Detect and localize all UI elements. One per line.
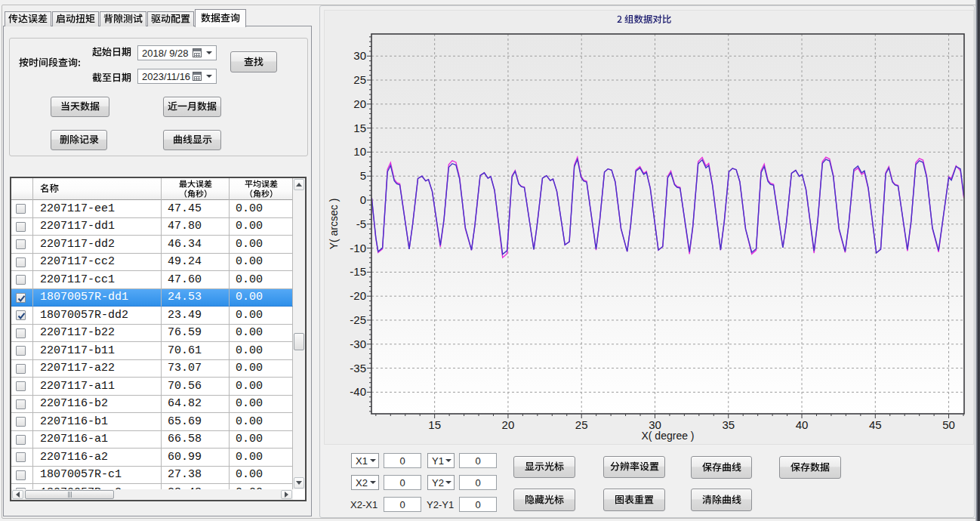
start-date-picker[interactable]: 2018/ 9/28	[137, 45, 217, 60]
x-tick-label: 15	[428, 418, 441, 431]
cursor-x1-value[interactable]: 0	[384, 453, 421, 468]
row-checkbox[interactable]	[16, 417, 26, 427]
row-checkbox[interactable]	[16, 435, 26, 445]
col-header-max[interactable]	[162, 178, 230, 200]
tab-4[interactable]	[147, 11, 194, 26]
y-tick-label: 25	[353, 73, 366, 86]
row-name-cell: 2207117-a11	[33, 378, 162, 396]
cursor-y2-value[interactable]: 0	[459, 475, 497, 490]
table-row[interactable]: 2207116-b264.820.00	[11, 396, 293, 414]
row-checkbox[interactable]	[16, 381, 26, 391]
resolution-settings-button[interactable]	[603, 456, 665, 478]
row-checkbox[interactable]	[16, 470, 26, 480]
cursor-dx-label: X2-X1	[350, 497, 378, 512]
row-checkbox-cell	[11, 289, 33, 307]
row-checkbox[interactable]	[16, 364, 26, 374]
row-checkbox[interactable]	[16, 257, 26, 267]
dropdown-arrow-icon	[370, 459, 376, 462]
save-curve-button[interactable]	[691, 456, 752, 479]
table-row[interactable]: 2207117-b1170.610.00	[11, 342, 293, 360]
table-row[interactable]: 2207116-a260.990.00	[11, 449, 293, 467]
table-row[interactable]: 18070057R-dd223.490.00	[11, 307, 293, 325]
button-label	[615, 495, 654, 506]
table-row[interactable]: 2207116-b165.690.00	[11, 413, 293, 431]
reset-chart-button[interactable]	[603, 489, 665, 511]
table-row[interactable]: 18070057R-dd124.530.00	[11, 289, 293, 307]
curve-display-button[interactable]	[163, 130, 221, 150]
row-checkbox[interactable]	[16, 293, 26, 303]
cursor-y2-select[interactable]: Y2	[427, 475, 455, 490]
search-button[interactable]	[230, 51, 277, 72]
row-checkbox-cell	[11, 307, 33, 325]
row-checkbox[interactable]	[16, 239, 26, 249]
today-data-button[interactable]	[51, 97, 109, 117]
tab-1[interactable]	[5, 11, 51, 26]
last-month-data-button[interactable]	[163, 97, 221, 117]
cursor-y1-value[interactable]: 0	[459, 453, 497, 468]
table-row[interactable]: 2207116-a166.580.00	[11, 431, 293, 449]
row-checkbox[interactable]	[16, 399, 26, 409]
y-tick-label: 0	[360, 193, 366, 206]
row-checkbox[interactable]	[16, 310, 26, 320]
row-checkbox[interactable]	[16, 275, 26, 285]
row-checkbox[interactable]	[16, 204, 26, 214]
table-row[interactable]: 2207117-dd147.800.00	[11, 218, 293, 236]
tab-2[interactable]	[52, 11, 99, 26]
button-label	[610, 461, 659, 473]
cursor-x1-select[interactable]: X1	[351, 453, 379, 468]
row-avg-error-cell: 0.00	[230, 431, 293, 449]
tab-3[interactable]	[100, 11, 146, 26]
table-row[interactable]: 2207117-cc147.600.00	[11, 271, 293, 289]
row-avg-error-cell: 0.00	[230, 396, 293, 414]
row-name-cell: 2207117-ee1	[33, 200, 162, 218]
cursor-dx-value[interactable]: 0	[384, 497, 421, 512]
row-checkbox[interactable]	[16, 452, 26, 462]
h-scroll-thumb[interactable]	[25, 490, 114, 499]
end-date-picker[interactable]: 2023/11/16	[137, 69, 217, 84]
start-date-label-text	[92, 47, 131, 58]
col-header-name[interactable]	[33, 178, 162, 200]
tab-5[interactable]	[195, 9, 246, 27]
row-checkbox-cell	[11, 413, 33, 431]
col-header-label	[40, 183, 59, 195]
row-checkbox[interactable]	[16, 222, 26, 232]
scroll-left-button[interactable]	[12, 490, 23, 499]
tab-label	[56, 14, 95, 25]
hide-cursor-button[interactable]	[513, 489, 575, 511]
h-scrollbar-track[interactable]	[11, 489, 293, 500]
scroll-down-button[interactable]	[294, 477, 304, 489]
save-data-button[interactable]	[779, 456, 841, 479]
scroll-up-button[interactable]	[294, 179, 304, 190]
clear-curve-button[interactable]	[691, 489, 752, 511]
cursor-dy-value[interactable]: 0	[459, 497, 497, 512]
row-checkbox-cell	[11, 431, 33, 449]
v-scrollbar-track[interactable]	[293, 178, 305, 489]
cursor-x2-value[interactable]: 0	[384, 475, 421, 490]
end-date-label-text	[92, 72, 131, 84]
table-row[interactable]: 2207117-a2273.070.00	[11, 360, 293, 378]
scroll-right-button[interactable]	[281, 490, 292, 499]
row-checkbox[interactable]	[16, 328, 26, 338]
v-scroll-thumb[interactable]	[294, 333, 304, 350]
cursor-dy-label: Y2-Y1	[427, 497, 454, 512]
row-max-error-cell: 60.99	[162, 449, 230, 467]
dropdown-arrow-icon[interactable]	[206, 75, 212, 78]
x-tick-label: 25	[575, 418, 588, 431]
table-row[interactable]: 2207117-a1170.560.00	[11, 378, 293, 396]
cursor-x2-select[interactable]: X2	[351, 475, 379, 490]
table-row[interactable]: 2207117-cc249.240.00	[11, 254, 293, 272]
row-avg-error-cell: 0.00	[230, 289, 293, 307]
col-header-avg[interactable]	[230, 178, 293, 200]
row-checkbox[interactable]	[16, 346, 26, 356]
row-name-cell: 2207116-b2	[33, 396, 162, 414]
row-checkbox-cell	[11, 449, 33, 467]
table-row[interactable]: 2207117-b2276.590.00	[11, 325, 293, 343]
row-checkbox-cell	[11, 236, 33, 254]
delete-record-button[interactable]	[51, 130, 107, 150]
table-row[interactable]: 2207117-ee147.450.00	[11, 200, 293, 218]
table-row[interactable]: 18070057R-c127.380.00	[11, 467, 293, 485]
show-cursor-button[interactable]	[513, 456, 575, 478]
cursor-y1-select[interactable]: Y1	[427, 453, 455, 468]
table-row[interactable]: 2207117-dd246.340.00	[11, 236, 293, 254]
dropdown-arrow-icon[interactable]	[206, 51, 212, 54]
